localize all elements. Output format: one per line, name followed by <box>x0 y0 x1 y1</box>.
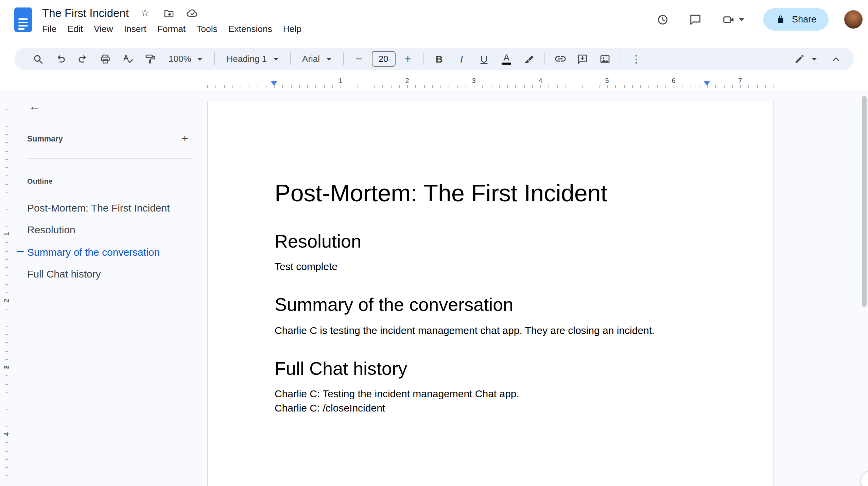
document-page[interactable]: Post-Mortem: The First Incident Resoluti… <box>207 101 774 486</box>
doc-title-heading[interactable]: Post-Mortem: The First Incident <box>275 179 706 207</box>
outline-item-label: Post-Mortem: The First Incident <box>27 202 170 214</box>
search-icon[interactable] <box>29 50 47 68</box>
doc-section-heading[interactable]: Full Chat history <box>275 358 706 380</box>
italic-button[interactable]: I <box>453 50 470 68</box>
underline-button[interactable]: U <box>475 50 493 68</box>
menu-view[interactable]: View <box>88 21 119 37</box>
ruler-tick <box>699 85 699 88</box>
chevron-down-icon <box>812 57 817 60</box>
doc-paragraph[interactable]: Charlie C is testing the incident manage… <box>275 323 706 337</box>
outline-item[interactable]: Full Chat history <box>0 263 204 285</box>
ruler-tick <box>516 85 516 88</box>
comments-icon[interactable] <box>686 10 705 29</box>
zoom-select[interactable]: 100% <box>162 50 209 68</box>
toolbar-divider <box>423 52 424 65</box>
paint-format-icon[interactable] <box>141 50 159 68</box>
scrollbar-thumb[interactable] <box>862 96 866 307</box>
user-avatar[interactable] <box>844 10 863 29</box>
scrollbar-track[interactable] <box>860 90 868 486</box>
ruler-number: 4 <box>538 77 542 84</box>
toolbar-divider <box>214 52 215 65</box>
ruler-tick <box>366 85 366 88</box>
doc-section-heading[interactable]: Summary of the conversation <box>275 294 706 316</box>
docs-logo-icon[interactable] <box>14 7 32 32</box>
outline-label: Outline <box>27 177 53 185</box>
font-family-value: Arial <box>302 54 320 64</box>
spellcheck-icon[interactable] <box>119 50 136 68</box>
outline-item[interactable]: Post-Mortem: The First Incident <box>0 197 204 219</box>
menu-insert[interactable]: Insert <box>119 21 152 37</box>
ruler-tick <box>757 85 758 88</box>
insert-link-icon[interactable] <box>551 50 569 68</box>
paragraph-style-select[interactable]: Heading 1 <box>221 50 285 68</box>
doc-section-heading[interactable]: Resolution <box>275 231 706 253</box>
pencil-icon <box>794 53 805 65</box>
menu-file[interactable]: File <box>37 21 62 37</box>
ruler-tick <box>324 85 325 88</box>
bold-button[interactable]: B <box>430 50 448 68</box>
insert-image-icon[interactable] <box>596 50 614 68</box>
undo-icon[interactable] <box>51 50 69 68</box>
ruler-tick <box>624 85 624 88</box>
editing-mode-button[interactable] <box>788 50 823 68</box>
ruler-tick <box>632 85 633 88</box>
version-history-icon[interactable] <box>653 10 672 29</box>
ruler-tick <box>549 85 550 88</box>
chevron-down-icon <box>326 57 331 60</box>
ruler-tick <box>390 85 391 88</box>
font-size-input[interactable]: 20 <box>371 51 395 67</box>
outline-item[interactable]: Summary of the conversation <box>0 241 204 263</box>
share-button[interactable]: Share <box>763 8 829 31</box>
ruler-tick <box>682 85 683 88</box>
menu-format[interactable]: Format <box>152 21 191 37</box>
increase-font-size-button[interactable]: + <box>399 50 417 68</box>
star-icon[interactable]: ☆ <box>138 5 153 20</box>
add-comment-icon[interactable] <box>574 50 591 68</box>
right-indent-marker[interactable] <box>704 81 710 85</box>
add-summary-icon[interactable]: + <box>177 131 193 147</box>
doc-paragraph[interactable]: Charlie C: Testing the incident manageme… <box>275 386 706 401</box>
menu-help[interactable]: Help <box>278 21 307 37</box>
doc-paragraph[interactable]: Test complete <box>275 259 706 274</box>
menu-edit[interactable]: Edit <box>62 21 88 37</box>
ruler-number: 3 <box>472 77 475 84</box>
ruler-tick <box>707 85 708 88</box>
doc-body: ResolutionTest completeSummary of the co… <box>275 231 706 415</box>
horizontal-ruler-scale: 1234567 <box>207 75 774 90</box>
more-options-button[interactable]: ⋮ <box>627 50 645 68</box>
header-actions: Share <box>653 8 863 31</box>
menu-extensions[interactable]: Extensions <box>223 21 278 37</box>
redo-icon[interactable] <box>74 50 91 68</box>
header: The First Incident ☆ FileEditViewInsertF… <box>0 0 868 45</box>
menu-tools[interactable]: Tools <box>191 21 223 37</box>
ruler-tick <box>241 85 241 88</box>
ruler-tick <box>607 85 608 88</box>
font-family-select[interactable]: Arial <box>296 50 337 68</box>
ruler-tick <box>474 85 474 88</box>
text-color-label: A <box>503 53 509 62</box>
move-folder-icon[interactable] <box>161 5 176 20</box>
cloud-saved-icon[interactable] <box>185 5 200 20</box>
text-color-button[interactable]: A <box>498 50 515 68</box>
chevron-down-icon <box>739 18 745 21</box>
ruler-tick <box>715 85 716 88</box>
hide-menus-icon[interactable] <box>827 50 845 68</box>
ruler-number: 1 <box>338 77 342 84</box>
ruler-tick <box>649 85 649 88</box>
ruler-tick <box>332 85 333 88</box>
video-call-icon[interactable] <box>718 10 748 29</box>
ruler-tick <box>466 85 466 88</box>
ruler-tick <box>374 85 375 88</box>
highlight-color-icon[interactable] <box>520 50 538 68</box>
back-arrow-icon[interactable]: ← <box>26 98 44 116</box>
paragraph-style-value: Heading 1 <box>227 54 267 64</box>
decrease-font-size-button[interactable]: − <box>350 50 368 68</box>
document-title[interactable]: The First Incident <box>42 6 129 19</box>
doc-paragraph[interactable]: Charlie C: /closeIncident <box>275 401 706 415</box>
outline-item[interactable]: Resolution <box>0 219 204 241</box>
print-icon[interactable] <box>96 50 114 68</box>
left-indent-marker[interactable] <box>271 81 277 85</box>
ruler-tick <box>532 85 533 88</box>
horizontal-ruler[interactable]: 1234567 <box>0 75 868 90</box>
ruler-tick <box>341 85 341 88</box>
